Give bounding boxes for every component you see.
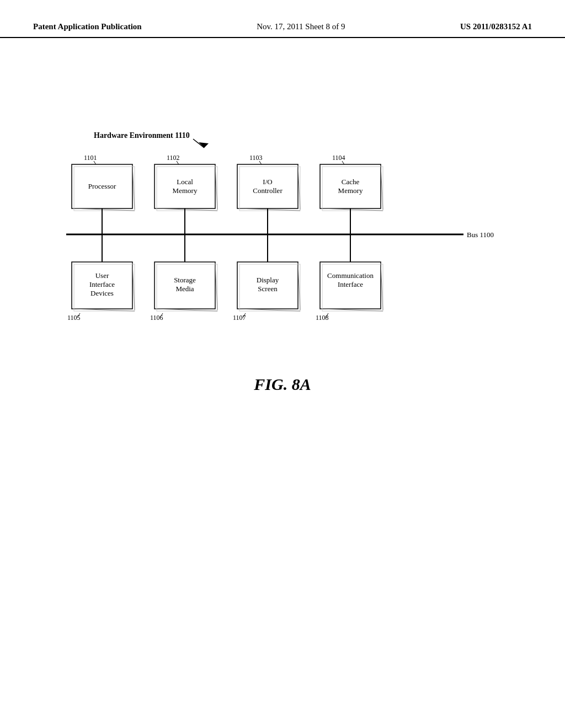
block-diagram-svg: Hardware Environment 1110 1101 1102 1103… bbox=[33, 121, 530, 353]
publication-label: Patent Application Publication bbox=[33, 22, 142, 31]
box-cache-memory-label: Cache bbox=[342, 178, 360, 186]
hw-env-label: Hardware Environment 1110 bbox=[94, 131, 190, 140]
figure-caption: FIG. 8A bbox=[254, 375, 311, 394]
box-uid-label1: User bbox=[95, 271, 109, 280]
box-comm-label2: Interface bbox=[338, 280, 363, 288]
box-storage-label2: Media bbox=[175, 285, 194, 293]
date-sheet-label: Nov. 17, 2011 Sheet 8 of 9 bbox=[257, 22, 345, 31]
ref-1102: 1102 bbox=[167, 154, 180, 162]
ref-1106: 1106 bbox=[150, 314, 163, 322]
box-processor-label: Processor bbox=[88, 182, 116, 190]
page: Patent Application Publication Nov. 17, … bbox=[0, 0, 565, 728]
box-local-memory-label: Local bbox=[177, 178, 193, 186]
box-uid-label2: Interface bbox=[89, 280, 115, 288]
ref-1104: 1104 bbox=[332, 154, 345, 162]
box-storage-label1: Storage bbox=[174, 276, 196, 284]
box-local-memory-label2: Memory bbox=[173, 186, 198, 195]
header: Patent Application Publication Nov. 17, … bbox=[0, 0, 565, 38]
box-io-controller-label: I/O bbox=[263, 178, 272, 186]
box-display-label1: Display bbox=[257, 276, 279, 284]
bus-label: Bus 1100 bbox=[467, 231, 494, 239]
box-comm-label1: Communication bbox=[327, 271, 374, 280]
box-cache-memory-label2: Memory bbox=[338, 186, 363, 195]
ref-1105: 1105 bbox=[67, 314, 81, 322]
ref-1107: 1107 bbox=[233, 314, 246, 322]
ref-1103: 1103 bbox=[249, 154, 263, 162]
box-io-controller-label2: Controller bbox=[253, 186, 282, 195]
patent-number-label: US 2011/0283152 A1 bbox=[460, 22, 532, 31]
box-display-label2: Screen bbox=[258, 285, 278, 293]
box-uid-label3: Devices bbox=[90, 289, 114, 297]
ref-1108: 1108 bbox=[316, 314, 329, 322]
ref-1101: 1101 bbox=[84, 154, 97, 162]
